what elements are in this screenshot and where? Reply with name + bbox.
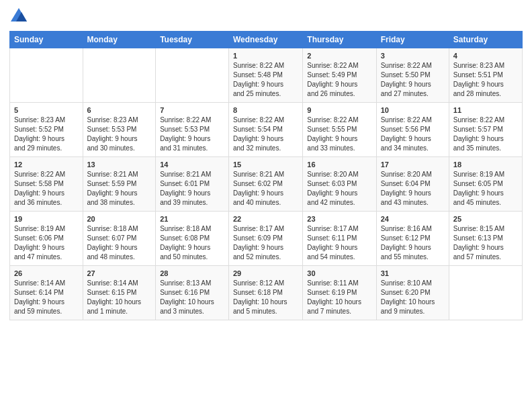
weekday-header-thursday: Thursday [303, 32, 376, 48]
day-number: 12 [14, 161, 79, 169]
day-info: Sunrise: 8:17 AM Sunset: 6:11 PM Dayligh… [307, 224, 371, 262]
day-info: Sunrise: 8:22 AM Sunset: 5:48 PM Dayligh… [233, 61, 298, 99]
calendar-cell: 3Sunrise: 8:22 AM Sunset: 5:50 PM Daylig… [376, 48, 449, 103]
calendar-week-row: 5Sunrise: 8:23 AM Sunset: 5:52 PM Daylig… [10, 103, 523, 157]
calendar-cell: 13Sunrise: 8:21 AM Sunset: 5:59 PM Dayli… [83, 157, 156, 212]
day-number: 26 [14, 269, 79, 277]
day-number: 31 [381, 269, 445, 277]
day-info: Sunrise: 8:10 AM Sunset: 6:20 PM Dayligh… [381, 279, 445, 316]
day-number: 18 [453, 161, 518, 169]
calendar-cell: 22Sunrise: 8:17 AM Sunset: 6:09 PM Dayli… [229, 212, 303, 266]
day-info: Sunrise: 8:12 AM Sunset: 6:18 PM Dayligh… [233, 279, 298, 316]
day-number: 10 [381, 106, 445, 114]
day-number: 9 [307, 106, 371, 114]
day-info: Sunrise: 8:18 AM Sunset: 6:08 PM Dayligh… [160, 224, 224, 262]
day-info: Sunrise: 8:13 AM Sunset: 6:16 PM Dayligh… [160, 279, 224, 316]
day-info: Sunrise: 8:22 AM Sunset: 5:54 PM Dayligh… [233, 116, 298, 153]
day-number: 21 [160, 215, 224, 223]
calendar-cell: 23Sunrise: 8:17 AM Sunset: 6:11 PM Dayli… [303, 212, 376, 266]
day-number: 16 [307, 161, 371, 169]
calendar-cell: 14Sunrise: 8:21 AM Sunset: 6:01 PM Dayli… [156, 157, 229, 212]
day-info: Sunrise: 8:22 AM Sunset: 5:58 PM Dayligh… [14, 170, 79, 208]
calendar-cell: 9Sunrise: 8:22 AM Sunset: 5:55 PM Daylig… [303, 103, 376, 157]
calendar-cell: 28Sunrise: 8:13 AM Sunset: 6:16 PM Dayli… [156, 266, 229, 320]
calendar-cell: 12Sunrise: 8:22 AM Sunset: 5:58 PM Dayli… [10, 157, 83, 212]
calendar-cell: 18Sunrise: 8:19 AM Sunset: 6:05 PM Dayli… [449, 157, 522, 212]
calendar-cell [83, 48, 156, 103]
day-number: 5 [14, 106, 79, 114]
weekday-header-monday: Monday [83, 32, 156, 48]
day-number: 15 [233, 161, 298, 169]
day-number: 20 [87, 215, 152, 223]
calendar-cell [10, 48, 83, 103]
calendar-cell: 31Sunrise: 8:10 AM Sunset: 6:20 PM Dayli… [376, 266, 449, 320]
day-info: Sunrise: 8:21 AM Sunset: 6:02 PM Dayligh… [233, 170, 298, 208]
day-info: Sunrise: 8:11 AM Sunset: 6:19 PM Dayligh… [307, 279, 371, 316]
weekday-header-sunday: Sunday [10, 32, 83, 48]
calendar-cell: 30Sunrise: 8:11 AM Sunset: 6:19 PM Dayli… [303, 266, 376, 320]
day-number: 22 [233, 215, 298, 223]
calendar-cell: 21Sunrise: 8:18 AM Sunset: 6:08 PM Dayli… [156, 212, 229, 266]
day-number: 13 [87, 161, 152, 169]
day-info: Sunrise: 8:19 AM Sunset: 6:05 PM Dayligh… [453, 170, 518, 208]
day-info: Sunrise: 8:22 AM Sunset: 5:55 PM Dayligh… [307, 116, 371, 153]
day-number: 7 [160, 106, 224, 114]
calendar-week-row: 12Sunrise: 8:22 AM Sunset: 5:58 PM Dayli… [10, 157, 523, 212]
day-number: 6 [87, 106, 152, 114]
day-info: Sunrise: 8:17 AM Sunset: 6:09 PM Dayligh… [233, 224, 298, 262]
day-number: 29 [233, 269, 298, 277]
day-info: Sunrise: 8:21 AM Sunset: 5:59 PM Dayligh… [87, 170, 152, 208]
day-number: 14 [160, 161, 224, 169]
calendar-cell: 11Sunrise: 8:22 AM Sunset: 5:57 PM Dayli… [449, 103, 522, 157]
day-number: 27 [87, 269, 152, 277]
day-info: Sunrise: 8:15 AM Sunset: 6:13 PM Dayligh… [453, 224, 518, 262]
day-number: 28 [160, 269, 224, 277]
calendar-cell: 6Sunrise: 8:23 AM Sunset: 5:53 PM Daylig… [83, 103, 156, 157]
day-info: Sunrise: 8:22 AM Sunset: 5:50 PM Dayligh… [381, 61, 445, 99]
day-info: Sunrise: 8:16 AM Sunset: 6:12 PM Dayligh… [381, 224, 445, 262]
calendar-cell [156, 48, 229, 103]
calendar-cell: 29Sunrise: 8:12 AM Sunset: 6:18 PM Dayli… [229, 266, 303, 320]
day-number: 30 [307, 269, 371, 277]
day-number: 24 [381, 215, 445, 223]
calendar-cell: 7Sunrise: 8:22 AM Sunset: 5:53 PM Daylig… [156, 103, 229, 157]
day-number: 3 [381, 52, 445, 60]
weekday-header-wednesday: Wednesday [229, 32, 303, 48]
calendar-cell: 8Sunrise: 8:22 AM Sunset: 5:54 PM Daylig… [229, 103, 303, 157]
day-info: Sunrise: 8:23 AM Sunset: 5:51 PM Dayligh… [453, 61, 518, 99]
weekday-header-friday: Friday [376, 32, 449, 48]
calendar-cell: 2Sunrise: 8:22 AM Sunset: 5:49 PM Daylig… [303, 48, 376, 103]
day-info: Sunrise: 8:22 AM Sunset: 5:57 PM Dayligh… [453, 116, 518, 153]
day-number: 17 [381, 161, 445, 169]
day-number: 8 [233, 106, 298, 114]
calendar-cell: 26Sunrise: 8:14 AM Sunset: 6:14 PM Dayli… [10, 266, 83, 320]
calendar-cell: 24Sunrise: 8:16 AM Sunset: 6:12 PM Dayli… [376, 212, 449, 266]
day-info: Sunrise: 8:22 AM Sunset: 5:49 PM Dayligh… [307, 61, 371, 99]
day-info: Sunrise: 8:22 AM Sunset: 5:56 PM Dayligh… [381, 116, 445, 153]
calendar-cell: 25Sunrise: 8:15 AM Sunset: 6:13 PM Dayli… [449, 212, 522, 266]
calendar-cell: 27Sunrise: 8:14 AM Sunset: 6:15 PM Dayli… [83, 266, 156, 320]
day-info: Sunrise: 8:14 AM Sunset: 6:14 PM Dayligh… [14, 279, 79, 316]
day-number: 23 [307, 215, 371, 223]
calendar-header-row: SundayMondayTuesdayWednesdayThursdayFrid… [10, 32, 523, 48]
day-number: 19 [14, 215, 79, 223]
calendar-cell: 10Sunrise: 8:22 AM Sunset: 5:56 PM Dayli… [376, 103, 449, 157]
weekday-header-tuesday: Tuesday [156, 32, 229, 48]
header [9, 7, 523, 26]
day-info: Sunrise: 8:23 AM Sunset: 5:52 PM Dayligh… [14, 116, 79, 153]
calendar-cell: 1Sunrise: 8:22 AM Sunset: 5:48 PM Daylig… [229, 48, 303, 103]
calendar-week-row: 26Sunrise: 8:14 AM Sunset: 6:14 PM Dayli… [10, 266, 523, 320]
day-number: 25 [453, 215, 518, 223]
calendar-cell: 15Sunrise: 8:21 AM Sunset: 6:02 PM Dayli… [229, 157, 303, 212]
day-number: 2 [307, 52, 371, 60]
calendar-cell: 20Sunrise: 8:18 AM Sunset: 6:07 PM Dayli… [83, 212, 156, 266]
day-info: Sunrise: 8:20 AM Sunset: 6:04 PM Dayligh… [381, 170, 445, 208]
day-info: Sunrise: 8:14 AM Sunset: 6:15 PM Dayligh… [87, 279, 152, 316]
day-number: 4 [453, 52, 518, 60]
calendar-week-row: 19Sunrise: 8:19 AM Sunset: 6:06 PM Dayli… [10, 212, 523, 266]
calendar-cell: 16Sunrise: 8:20 AM Sunset: 6:03 PM Dayli… [303, 157, 376, 212]
day-info: Sunrise: 8:20 AM Sunset: 6:03 PM Dayligh… [307, 170, 371, 208]
calendar-week-row: 1Sunrise: 8:22 AM Sunset: 5:48 PM Daylig… [10, 48, 523, 103]
day-info: Sunrise: 8:21 AM Sunset: 6:01 PM Dayligh… [160, 170, 224, 208]
calendar-cell: 5Sunrise: 8:23 AM Sunset: 5:52 PM Daylig… [10, 103, 83, 157]
